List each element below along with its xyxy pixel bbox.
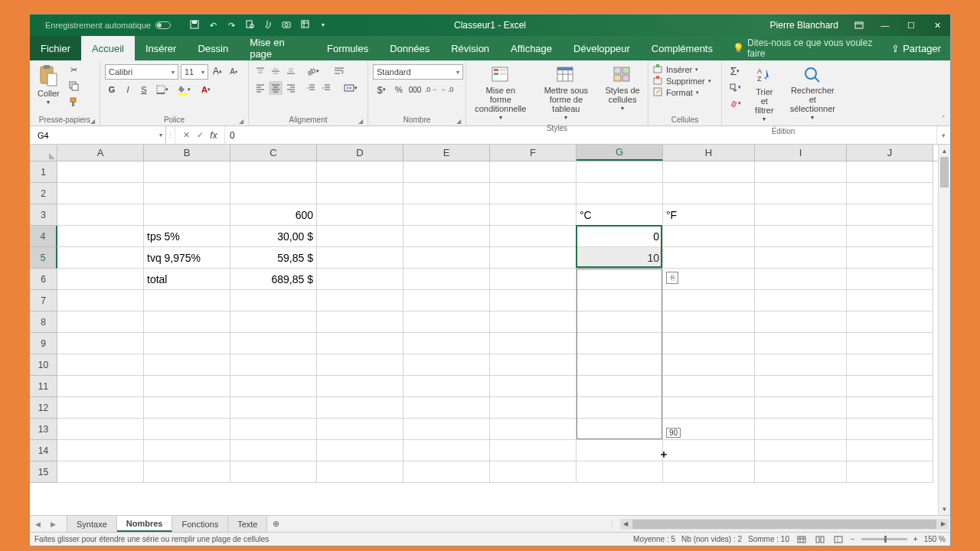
cell-H10[interactable] <box>663 354 755 376</box>
cell-G1[interactable] <box>577 161 663 183</box>
cell-A13[interactable] <box>57 419 144 440</box>
cell-H3[interactable]: °F <box>663 204 755 226</box>
sheet-nav-prev-icon[interactable]: ◀ <box>30 516 45 532</box>
enter-formula-icon[interactable]: ✓ <box>194 130 206 140</box>
cell-styles-button[interactable]: Styles de cellules▾ <box>600 64 645 114</box>
cell-J1[interactable] <box>847 161 933 183</box>
cell-C8[interactable] <box>230 311 317 333</box>
cell-I12[interactable] <box>755 397 847 419</box>
delete-cells-button[interactable]: Supprimer▾ <box>653 76 711 86</box>
align-top-icon[interactable] <box>253 64 267 78</box>
clear-icon[interactable]: ▾ <box>727 96 743 110</box>
sort-filter-button[interactable]: AZ Trier et filtrer▾ <box>748 64 781 125</box>
collapse-ribbon-icon[interactable]: ˄ <box>942 115 946 122</box>
currency-icon[interactable]: $▾ <box>373 83 390 96</box>
undo-icon[interactable]: ↶ <box>207 20 218 31</box>
cell-D6[interactable] <box>317 269 403 290</box>
format-cells-button[interactable]: Format▾ <box>653 87 699 97</box>
col-header-A[interactable]: A <box>57 145 144 161</box>
select-all-corner[interactable] <box>30 145 57 161</box>
cell-F2[interactable] <box>490 183 577 204</box>
cell-A14[interactable] <box>57 440 144 461</box>
user-name[interactable]: Pierre Blanchard <box>763 20 846 31</box>
cell-F14[interactable] <box>490 440 577 461</box>
sheet-tab-texte[interactable]: Texte <box>228 516 267 532</box>
cell-E11[interactable] <box>403 376 490 397</box>
fill-down-icon[interactable]: ▾ <box>727 80 743 94</box>
cell-E7[interactable] <box>403 290 490 311</box>
cell-D11[interactable] <box>317 376 403 397</box>
cell-J14[interactable] <box>847 440 933 461</box>
merge-icon[interactable]: ▾ <box>341 81 361 95</box>
cell-J12[interactable] <box>847 397 933 419</box>
cell-E12[interactable] <box>403 397 490 419</box>
print-preview-icon[interactable] <box>244 20 255 31</box>
cut-icon[interactable]: ✂ <box>67 63 81 77</box>
scroll-down-icon[interactable]: ▼ <box>939 503 950 515</box>
sheet-tab-fonctions[interactable]: Fonctions <box>172 516 228 532</box>
cell-E13[interactable] <box>403 419 490 440</box>
cell-C3[interactable]: 600 <box>230 204 317 226</box>
autosave-toggle[interactable]: Enregistrement automatique <box>30 21 178 30</box>
col-header-G[interactable]: G <box>577 145 663 161</box>
cell-J9[interactable] <box>847 333 933 354</box>
find-select-button[interactable]: Rechercher et sélectionner▾ <box>786 64 840 123</box>
row-header-7[interactable]: 7 <box>30 290 57 311</box>
conditional-formatting-button[interactable]: Mise en forme conditionnelle▾ <box>469 64 532 123</box>
cell-E3[interactable] <box>403 204 490 226</box>
row-header-10[interactable]: 10 <box>30 354 57 376</box>
cell-J10[interactable] <box>847 354 933 376</box>
increase-decimal-icon[interactable]: .0→ <box>424 83 438 96</box>
tab-accueil[interactable]: Accueil <box>81 36 135 60</box>
page-break-view-icon[interactable] <box>832 534 844 545</box>
cell-A4[interactable] <box>57 226 144 247</box>
cell-B12[interactable] <box>144 397 230 419</box>
cell-B11[interactable] <box>144 376 230 397</box>
row-header-8[interactable]: 8 <box>30 311 57 333</box>
cell-A12[interactable] <box>57 397 144 419</box>
tab-revision[interactable]: Révision <box>440 36 500 60</box>
italic-icon[interactable]: I <box>121 83 135 96</box>
cell-C1[interactable] <box>230 161 317 183</box>
cell-B1[interactable] <box>144 161 230 183</box>
number-launcher-icon[interactable]: ◢ <box>456 118 461 125</box>
underline-icon[interactable]: S <box>137 83 151 96</box>
cell-C15[interactable] <box>230 461 317 483</box>
tab-inserer[interactable]: Insérer <box>135 36 187 60</box>
normal-view-icon[interactable] <box>795 534 808 545</box>
cell-J3[interactable] <box>847 204 933 226</box>
cell-H9[interactable] <box>663 333 755 354</box>
cell-E10[interactable] <box>403 354 490 376</box>
cell-G13[interactable] <box>577 419 663 440</box>
bold-icon[interactable]: G <box>105 83 119 96</box>
hscroll-thumb[interactable] <box>632 520 936 529</box>
cell-D1[interactable] <box>317 161 403 183</box>
name-box[interactable]: G4▾ <box>30 126 166 144</box>
cell-I13[interactable] <box>755 419 847 440</box>
tab-fichier[interactable]: Fichier <box>30 36 81 60</box>
row-header-1[interactable]: 1 <box>30 161 57 183</box>
format-painter-icon[interactable] <box>67 95 81 109</box>
tab-affichage[interactable]: Affichage <box>500 36 563 60</box>
pivot-icon[interactable] <box>299 20 310 31</box>
cell-F3[interactable] <box>490 204 577 226</box>
row-header-12[interactable]: 12 <box>30 397 57 419</box>
cell-C14[interactable] <box>230 440 317 461</box>
cell-D7[interactable] <box>317 290 403 311</box>
cell-B4[interactable]: tps 5% <box>144 226 230 247</box>
cell-F4[interactable] <box>490 226 577 247</box>
scroll-right-icon[interactable]: ▶ <box>938 519 949 530</box>
cell-F13[interactable] <box>490 419 577 440</box>
zoom-out-icon[interactable]: − <box>851 535 855 543</box>
percent-icon[interactable]: % <box>392 83 406 96</box>
cell-G2[interactable] <box>577 183 663 204</box>
page-layout-view-icon[interactable] <box>814 534 826 545</box>
cell-G15[interactable] <box>577 461 663 483</box>
cell-C13[interactable] <box>230 419 317 440</box>
row-header-11[interactable]: 11 <box>30 376 57 397</box>
cell-D9[interactable] <box>317 333 403 354</box>
increase-font-icon[interactable]: A▴ <box>211 64 224 78</box>
cell-B9[interactable] <box>144 333 230 354</box>
col-header-E[interactable]: E <box>403 145 490 161</box>
align-bottom-icon[interactable] <box>284 64 298 78</box>
